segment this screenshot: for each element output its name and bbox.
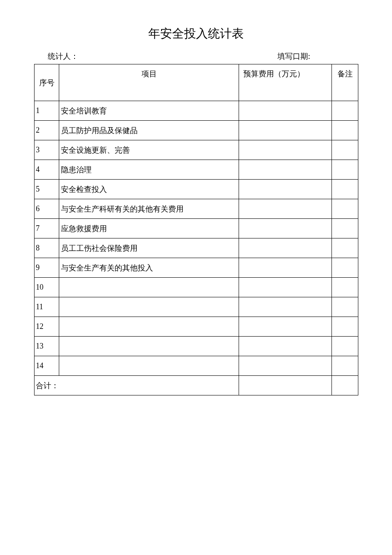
table-row: 6 与安全生产科研有关的其他有关费用: [35, 199, 358, 219]
table-header-row: 序号 项目 预算费用（万元） 备注: [35, 64, 358, 101]
table-row: 4 隐患治理: [35, 160, 358, 180]
cell-seq: 11: [35, 297, 59, 317]
cell-item: 与安全生产科研有关的其他有关费用: [59, 199, 239, 219]
cell-item: [59, 297, 239, 317]
cell-note: [332, 199, 358, 219]
table-row: 11: [35, 297, 358, 317]
cell-note: [332, 278, 358, 297]
cell-seq: 14: [35, 356, 59, 376]
cell-seq: 10: [35, 278, 59, 297]
cell-seq: 4: [35, 160, 59, 180]
cell-note: [332, 317, 358, 337]
table-row: 14: [35, 356, 358, 376]
table-row: 7 应急救援费用: [35, 219, 358, 238]
cell-item: [59, 356, 239, 376]
table-row: 2 员工防护用品及保健品: [35, 121, 358, 140]
cell-seq: 6: [35, 199, 59, 219]
table-row: 3 安全设施更新、完善: [35, 140, 358, 160]
cell-cost: [239, 160, 332, 180]
table-row: 10: [35, 278, 358, 297]
cell-cost: [239, 121, 332, 140]
cell-cost: [239, 238, 332, 258]
table-body: 1 安全培训教育 2 员工防护用品及保健品 3 安全设施更新、完善 4 隐患治理…: [35, 101, 358, 395]
cell-cost: [239, 278, 332, 297]
cell-cost: [239, 258, 332, 278]
cell-note: [332, 180, 358, 199]
cell-cost: [239, 317, 332, 337]
cell-seq: 13: [35, 337, 59, 356]
meta-row: 统计人： 填写口期:: [34, 51, 358, 61]
cell-item: 隐患治理: [59, 160, 239, 180]
cell-note: [332, 121, 358, 140]
table-row: 8 员工工伤社会保险费用: [35, 238, 358, 258]
cell-item: 安全检查投入: [59, 180, 239, 199]
cell-note: [332, 160, 358, 180]
cell-note: [332, 356, 358, 376]
date-label: 填写口期:: [277, 51, 310, 61]
cell-note: [332, 101, 358, 121]
cell-item: [59, 337, 239, 356]
cell-item: 应急救援费用: [59, 219, 239, 238]
cell-note: [332, 140, 358, 160]
table-row: 12: [35, 317, 358, 337]
table-row: 13: [35, 337, 358, 356]
table-row: 9 与安全生产有关的其他投入: [35, 258, 358, 278]
total-cost: [239, 376, 332, 395]
cell-seq: 12: [35, 317, 59, 337]
cell-seq: 7: [35, 219, 59, 238]
cell-item: 员工防护用品及保健品: [59, 121, 239, 140]
table-row: 1 安全培训教育: [35, 101, 358, 121]
cell-note: [332, 258, 358, 278]
cell-item: 安全设施更新、完善: [59, 140, 239, 160]
cell-seq: 3: [35, 140, 59, 160]
cell-note: [332, 238, 358, 258]
cell-seq: 5: [35, 180, 59, 199]
total-row: 合计：: [35, 376, 358, 395]
cell-cost: [239, 356, 332, 376]
cell-seq: 2: [35, 121, 59, 140]
cell-item: 员工工伤社会保险费用: [59, 238, 239, 258]
page-title: 年安全投入统计表: [34, 26, 358, 42]
header-item: 项目: [59, 64, 239, 101]
table-row: 5 安全检查投入: [35, 180, 358, 199]
cell-seq: 8: [35, 238, 59, 258]
cell-item: 与安全生产有关的其他投入: [59, 258, 239, 278]
header-seq: 序号: [35, 64, 59, 101]
cell-cost: [239, 101, 332, 121]
header-note: 备注: [332, 64, 358, 101]
investment-table: 序号 项目 预算费用（万元） 备注 1 安全培训教育 2 员工防护用品及保健品 …: [34, 64, 358, 395]
cell-note: [332, 337, 358, 356]
cell-seq: 9: [35, 258, 59, 278]
cell-cost: [239, 199, 332, 219]
cell-cost: [239, 337, 332, 356]
cell-seq: 1: [35, 101, 59, 121]
cell-note: [332, 297, 358, 317]
cell-cost: [239, 140, 332, 160]
cell-item: [59, 278, 239, 297]
cell-item: [59, 317, 239, 337]
total-note: [332, 376, 358, 395]
cell-item: 安全培训教育: [59, 101, 239, 121]
recorder-label: 统计人：: [48, 51, 78, 61]
cell-cost: [239, 180, 332, 199]
cell-note: [332, 219, 358, 238]
cell-cost: [239, 297, 332, 317]
cell-cost: [239, 219, 332, 238]
header-cost: 预算费用（万元）: [239, 64, 332, 101]
total-label: 合计：: [35, 376, 239, 395]
